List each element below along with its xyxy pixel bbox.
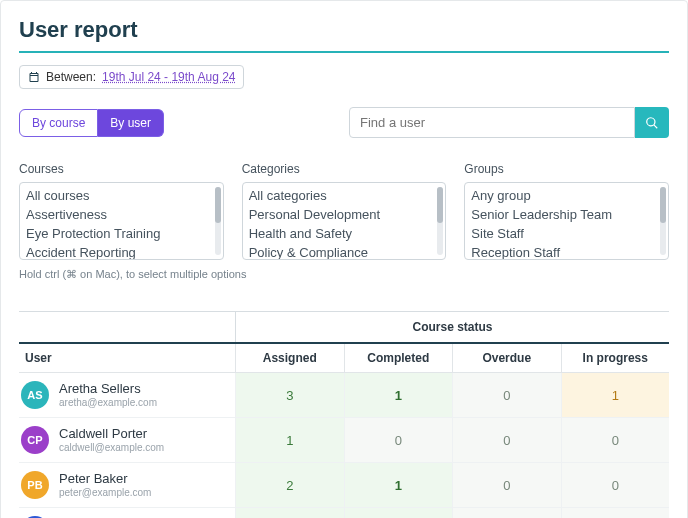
cell-assigned: 1	[235, 418, 344, 462]
table-body: ASAretha Sellersaretha@example.com3101CP…	[19, 373, 669, 518]
list-item[interactable]: All courses	[26, 187, 217, 206]
scrollbar-thumb[interactable]	[215, 187, 221, 223]
calendar-icon	[28, 71, 40, 83]
page-title: User report	[19, 17, 669, 53]
filter-label: Categories	[242, 162, 447, 176]
list-item[interactable]: All categories	[249, 187, 440, 206]
col-in-progress[interactable]: In progress	[561, 344, 670, 372]
list-item[interactable]: Site Staff	[471, 225, 662, 244]
filter-categories: Categories All categories Personal Devel…	[242, 162, 447, 260]
cell-overdue: 0	[452, 508, 561, 518]
table-header-cols: User Assigned Completed Overdue In progr…	[19, 342, 669, 373]
user-email: aretha@example.com	[59, 397, 157, 409]
user-email: peter@example.com	[59, 487, 151, 499]
report-container: User report Between: 19th Jul 24 - 19th …	[0, 0, 688, 518]
results-table: Course status User Assigned Completed Ov…	[19, 311, 669, 518]
user-cell: ASAretha Sellersaretha@example.com	[19, 373, 235, 417]
scrollbar-thumb[interactable]	[437, 187, 443, 223]
user-cell: CPCaldwell Portercaldwell@example.com	[19, 418, 235, 462]
filter-label: Courses	[19, 162, 224, 176]
cell-assigned: 3	[235, 373, 344, 417]
filters-row: Courses All courses Assertiveness Eye Pr…	[19, 162, 669, 260]
user-name: Caldwell Porter	[59, 427, 164, 442]
list-item[interactable]: Eye Protection Training	[26, 225, 217, 244]
list-item[interactable]: Senior Leadership Team	[471, 206, 662, 225]
filter-groups: Groups Any group Senior Leadership Team …	[464, 162, 669, 260]
toolbar: By course By user	[19, 107, 669, 138]
tab-by-course[interactable]: By course	[19, 109, 98, 137]
filter-courses: Courses All courses Assertiveness Eye Pr…	[19, 162, 224, 260]
search-wrap	[349, 107, 669, 138]
list-item[interactable]: Assertiveness	[26, 206, 217, 225]
multiselect-hint: Hold ctrl (⌘ on Mac), to select multiple…	[19, 268, 669, 281]
date-range-pill[interactable]: Between: 19th Jul 24 - 19th Aug 24	[19, 65, 244, 89]
search-icon	[645, 116, 659, 130]
cell-assigned: 1	[235, 508, 344, 518]
search-input[interactable]	[349, 107, 635, 138]
categories-listbox[interactable]: All categories Personal Development Heal…	[242, 182, 447, 260]
view-toggle: By course By user	[19, 109, 164, 137]
table-row[interactable]: CPCaldwell Portercaldwell@example.com100…	[19, 418, 669, 463]
user-info: Caldwell Portercaldwell@example.com	[59, 427, 164, 453]
cell-completed: 2	[344, 508, 453, 518]
date-range-link[interactable]: 19th Jul 24 - 19th Aug 24	[102, 70, 235, 84]
user-cell: PBPeter Bakerpeter@example.com	[19, 463, 235, 507]
cell-overdue: 0	[452, 463, 561, 507]
cell-assigned: 2	[235, 463, 344, 507]
user-name: Peter Baker	[59, 472, 151, 487]
table-row[interactable]: ASAretha Sellersaretha@example.com3101	[19, 373, 669, 418]
date-prefix: Between:	[46, 70, 96, 84]
col-overdue[interactable]: Overdue	[452, 344, 561, 372]
avatar: AS	[21, 381, 49, 409]
cell-in-progress: 0	[561, 463, 670, 507]
filter-label: Groups	[464, 162, 669, 176]
cell-completed: 1	[344, 373, 453, 417]
list-item[interactable]: Accident Reporting	[26, 244, 217, 260]
date-filter-row: Between: 19th Jul 24 - 19th Aug 24	[19, 65, 669, 89]
user-email: caldwell@example.com	[59, 442, 164, 454]
avatar: PB	[21, 471, 49, 499]
user-info: Peter Bakerpeter@example.com	[59, 472, 151, 498]
table-header-group: Course status	[19, 312, 669, 342]
courses-listbox[interactable]: All courses Assertiveness Eye Protection…	[19, 182, 224, 260]
cell-overdue: 0	[452, 373, 561, 417]
cell-completed: 0	[344, 418, 453, 462]
list-item[interactable]: Any group	[471, 187, 662, 206]
tab-by-user[interactable]: By user	[98, 109, 164, 137]
table-row[interactable]: UGUrsula Garnerursula@example.com1200	[19, 508, 669, 518]
cell-overdue: 0	[452, 418, 561, 462]
list-item[interactable]: Policy & Compliance	[249, 244, 440, 260]
cell-in-progress: 0	[561, 418, 670, 462]
status-header: Course status	[235, 312, 669, 342]
col-user[interactable]: User	[19, 344, 235, 372]
list-item[interactable]: Reception Staff	[471, 244, 662, 260]
avatar: CP	[21, 426, 49, 454]
user-cell: UGUrsula Garnerursula@example.com	[19, 508, 235, 518]
list-item[interactable]: Health and Safety	[249, 225, 440, 244]
scrollbar-thumb[interactable]	[660, 187, 666, 223]
cell-in-progress: 1	[561, 373, 670, 417]
user-name: Aretha Sellers	[59, 382, 157, 397]
groups-listbox[interactable]: Any group Senior Leadership Team Site St…	[464, 182, 669, 260]
cell-completed: 1	[344, 463, 453, 507]
cell-in-progress: 0	[561, 508, 670, 518]
table-row[interactable]: PBPeter Bakerpeter@example.com2100	[19, 463, 669, 508]
col-completed[interactable]: Completed	[344, 344, 453, 372]
search-button[interactable]	[635, 107, 669, 138]
list-item[interactable]: Personal Development	[249, 206, 440, 225]
user-info: Aretha Sellersaretha@example.com	[59, 382, 157, 408]
col-assigned[interactable]: Assigned	[235, 344, 344, 372]
